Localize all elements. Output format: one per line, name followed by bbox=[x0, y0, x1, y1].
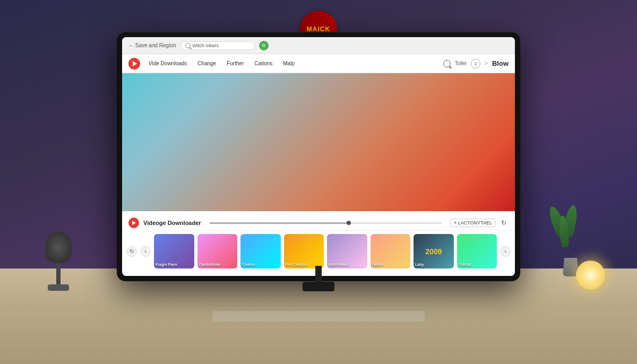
breadcrumb-current: Blow bbox=[492, 59, 509, 67]
thumb-label-7: Laby bbox=[415, 263, 452, 267]
thumb-nav-next[interactable]: › bbox=[140, 246, 151, 257]
nav-link-malp[interactable]: Malp bbox=[279, 60, 299, 66]
downloader-title: Videoge Downloader bbox=[143, 220, 201, 226]
lamp-body bbox=[56, 263, 61, 284]
thumb-year-text: 2009 bbox=[425, 247, 442, 256]
logo-play-icon bbox=[133, 61, 137, 66]
logo-button[interactable] bbox=[128, 58, 140, 70]
breadcrumb-separator: > bbox=[485, 60, 488, 66]
lamp-head bbox=[45, 231, 72, 263]
avatar-initial: G bbox=[262, 43, 265, 48]
monitor-stand bbox=[303, 266, 334, 292]
thumbnail-5[interactable]: Auth Malad bbox=[327, 234, 367, 268]
search-icon bbox=[185, 43, 191, 48]
nav-link-cations[interactable]: Cations bbox=[250, 60, 277, 66]
thumbnail-3[interactable]: Coathu bbox=[240, 234, 281, 268]
search-text: Witch Inkers bbox=[193, 43, 219, 48]
slider-thumb[interactable] bbox=[347, 221, 351, 225]
hero-area bbox=[122, 73, 515, 211]
nav-number-badge: 1 bbox=[471, 59, 480, 68]
back-button[interactable]: ← Save and Region bbox=[128, 42, 176, 48]
thumbnail-4[interactable]: Fire Chanjoe bbox=[284, 234, 324, 268]
downloader-logo bbox=[128, 218, 139, 228]
thumbnail-2[interactable]: Ciastrothme bbox=[197, 234, 238, 268]
user-avatar[interactable]: G bbox=[259, 41, 269, 50]
navigation-bar: Vide Downloads Change Further Cations Ma… bbox=[122, 54, 515, 73]
stand-base bbox=[303, 282, 334, 291]
downloader-play-icon bbox=[132, 221, 136, 225]
thumb-label-1: Fragre Parer bbox=[156, 263, 193, 267]
downloader-row: Videoge Downloader + LACTONYTAEL ↻ bbox=[122, 215, 515, 231]
stand-neck bbox=[315, 266, 322, 282]
badge-number: 1 bbox=[475, 61, 477, 66]
nav-link-change[interactable]: Change bbox=[193, 60, 220, 66]
lamp-base bbox=[48, 284, 69, 291]
monitor-screen: ← Save and Region Witch Inkers G Vide Do… bbox=[122, 37, 515, 276]
progress-slider[interactable] bbox=[210, 222, 442, 224]
plant-leaves bbox=[557, 205, 579, 258]
nav-search-icon[interactable] bbox=[443, 60, 451, 67]
keyboard bbox=[212, 311, 425, 322]
address-bar: ← Save and Region Witch Inkers G bbox=[122, 37, 515, 54]
screen-content: ← Save and Region Witch Inkers G Vide Do… bbox=[122, 37, 515, 276]
top-search-bar[interactable]: Witch Inkers bbox=[180, 41, 255, 50]
thumb-nav-prev[interactable]: ↻ bbox=[126, 246, 137, 257]
decorative-lamp bbox=[42, 231, 74, 295]
thumbnail-7[interactable]: 2009 Laby bbox=[414, 234, 454, 268]
thumb-label-3: Coathu bbox=[242, 263, 279, 267]
nav-tofer-label: Tofer bbox=[455, 60, 467, 66]
ambient-light bbox=[576, 261, 605, 290]
thumb-label-2: Ciastrothme bbox=[199, 263, 236, 267]
monitor: ← Save and Region Witch Inkers G Vide Do… bbox=[117, 32, 520, 281]
monitor-frame: ← Save and Region Witch Inkers G Vide Do… bbox=[117, 32, 520, 281]
thumb-label-6: Fatum bbox=[372, 263, 409, 267]
action-button[interactable]: + LACTONYTAEL bbox=[450, 219, 496, 227]
thumbnail-1[interactable]: Fragre Parer bbox=[154, 234, 194, 268]
thumb-nav-right[interactable]: › bbox=[500, 246, 511, 257]
thumbnail-8[interactable]: Cotingt bbox=[457, 234, 497, 268]
thumbnail-6[interactable]: Fatum bbox=[371, 234, 411, 268]
nav-right-section: Tofer 1 > Blow bbox=[443, 59, 509, 68]
nav-link-further[interactable]: Further bbox=[222, 60, 248, 66]
thumb-label-8: Cotingt bbox=[459, 263, 496, 267]
refresh-icon-btn[interactable]: ↻ bbox=[499, 218, 509, 228]
nav-link-downloads[interactable]: Vide Downloads bbox=[144, 60, 191, 66]
slider-fill bbox=[210, 222, 349, 224]
downloader-actions: + LACTONYTAEL ↻ bbox=[450, 218, 509, 228]
